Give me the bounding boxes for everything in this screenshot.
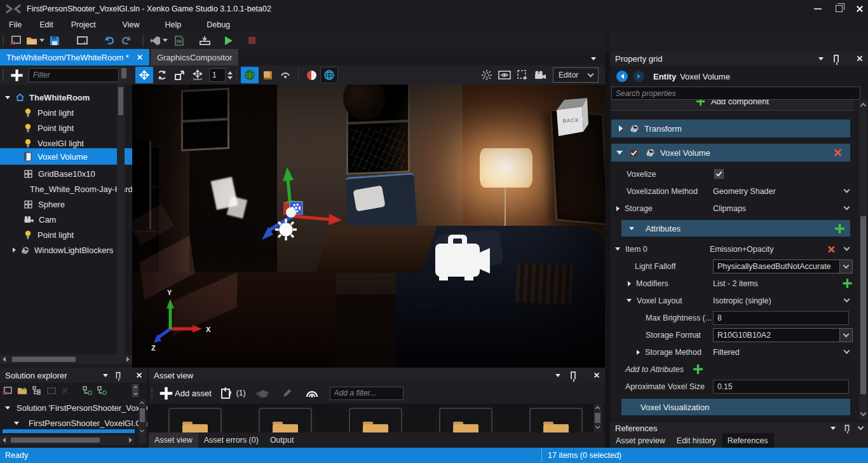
chevron-icon[interactable]	[858, 424, 864, 431]
tab-asset-errors[interactable]: Asset errors (0)	[198, 432, 264, 448]
source-changes-button[interactable]: (1)	[220, 387, 246, 399]
expand-all-icon[interactable]	[83, 386, 92, 395]
tab-asset-preview[interactable]: Asset preview	[610, 433, 671, 448]
light-gizmo-bulb[interactable]	[286, 207, 296, 218]
menu-file[interactable]: File	[0, 18, 31, 31]
asset-filter-input[interactable]	[330, 387, 403, 400]
hierarchy-filter-input[interactable]	[29, 68, 119, 82]
selection-mask-button[interactable]	[513, 67, 531, 83]
tab-edit-history[interactable]: Edit history	[671, 433, 722, 448]
attributes-section-header[interactable]: Attributes	[621, 220, 850, 237]
collapsed-arrow-icon[interactable]	[13, 247, 16, 252]
tree-item-root[interactable]: TheWhiteRoom	[0, 90, 132, 105]
panel-menu-icon[interactable]	[555, 374, 560, 377]
camera-billboard[interactable]	[435, 235, 490, 280]
tree-item-white-room[interactable]: The_White_Room-Jay-Hardy	[0, 181, 132, 197]
voxel-volume-section-header[interactable]: Voxel Volume	[611, 144, 850, 162]
tree-item-point-light[interactable]: Point light	[0, 120, 132, 135]
project-icon[interactable]	[3, 387, 12, 395]
add-folder-icon[interactable]	[17, 387, 27, 395]
add-modifier-icon[interactable]	[843, 279, 851, 287]
max-brightness-input[interactable]	[713, 311, 849, 325]
expanded-arrow-icon[interactable]	[627, 299, 632, 302]
tree-item-point-light[interactable]: Point light	[0, 227, 132, 242]
orbit-button[interactable]	[276, 67, 294, 83]
snap-move-button[interactable]	[189, 67, 207, 83]
restore-button[interactable]	[836, 5, 843, 12]
translate-tool-button[interactable]	[135, 67, 153, 83]
rotate-tool-button[interactable]	[153, 67, 171, 83]
expanded-arrow-icon[interactable]	[14, 422, 19, 425]
menu-edit[interactable]: Edit	[31, 18, 62, 31]
asset-tile[interactable]	[435, 404, 496, 432]
tree-item-windowlightblockers[interactable]: WindowLightBlockers	[0, 242, 132, 258]
collapsed-arrow-icon[interactable]	[619, 125, 623, 132]
search-properties-input[interactable]	[611, 86, 860, 100]
tab-graphics-compositor[interactable]: GraphicsCompositor	[151, 49, 239, 66]
view-options-icon[interactable]	[304, 387, 320, 399]
tree-item-cam[interactable]: Cam	[0, 212, 132, 227]
solution-root-item[interactable]: Solution 'FirstPersonShooter_VoxelGI'	[0, 401, 147, 415]
tab-close-icon[interactable]	[137, 55, 142, 60]
scale-tool-button[interactable]	[171, 67, 189, 83]
new-project-button[interactable]	[7, 34, 24, 48]
solution-horizontal-scrollbar[interactable]	[0, 436, 135, 445]
pin-icon[interactable]	[116, 372, 121, 378]
selected-item-clipped[interactable]	[3, 429, 135, 433]
voxel-visualization-section-header[interactable]: Voxel Visualization	[621, 399, 850, 415]
visibility-button[interactable]	[496, 67, 513, 83]
collapsed-arrow-icon[interactable]	[637, 350, 640, 355]
forward-button[interactable]	[633, 71, 644, 82]
snap-value-input[interactable]	[209, 68, 226, 82]
panel-menu-icon[interactable]	[818, 57, 824, 60]
tree-item-gridbase[interactable]: GridBase10x10	[0, 166, 132, 181]
scroll-left-icon[interactable]	[3, 438, 6, 443]
open-button[interactable]	[24, 34, 46, 48]
add-entity-button[interactable]	[7, 67, 26, 83]
collapsed-arrow-icon[interactable]	[628, 281, 631, 286]
view-mode-select[interactable]: Editor	[553, 67, 599, 83]
local-space-button[interactable]	[259, 67, 276, 83]
collapsed-arrow-icon[interactable]	[616, 206, 620, 211]
expanded-arrow-icon[interactable]	[616, 151, 623, 155]
transform-gizmo[interactable]	[262, 167, 342, 240]
scroll-down-icon[interactable]	[860, 410, 867, 417]
add-component-button[interactable]: Add component	[611, 100, 854, 111]
chevron-down-icon[interactable]	[844, 296, 850, 303]
transform-section-header[interactable]: Transform	[611, 120, 850, 137]
asset-scrollbar[interactable]	[593, 404, 602, 432]
storage-format-select[interactable]: R10G10B10A2	[713, 328, 853, 342]
pin-icon[interactable]	[834, 55, 839, 62]
save-button[interactable]	[46, 34, 63, 48]
tree-vertical-scrollbar[interactable]	[117, 85, 125, 355]
asset-tile[interactable]	[165, 404, 226, 432]
remove-item-icon[interactable]	[828, 245, 835, 252]
close-icon[interactable]	[857, 56, 863, 62]
component-enabled-checkbox[interactable]	[629, 148, 639, 158]
expanded-arrow-icon[interactable]	[5, 406, 10, 410]
tab-references[interactable]: References	[722, 433, 774, 448]
asset-tile[interactable]	[345, 404, 406, 432]
tree-item-sphere[interactable]: Sphere	[0, 197, 132, 212]
asset-tile[interactable]	[255, 404, 316, 432]
vertical-splitter[interactable]	[605, 51, 610, 448]
checkout-button[interactable]	[74, 34, 91, 48]
remove-component-icon[interactable]	[834, 149, 841, 156]
lighting-button[interactable]	[478, 67, 496, 83]
pin-icon[interactable]	[571, 371, 576, 379]
menu-debug[interactable]: Debug	[198, 18, 239, 31]
back-button[interactable]	[616, 71, 628, 82]
scroll-right-icon[interactable]	[129, 438, 132, 443]
expanded-arrow-icon[interactable]	[629, 227, 634, 230]
close-icon[interactable]	[594, 373, 599, 378]
undo-button[interactable]	[101, 34, 118, 48]
chevron-down-icon[interactable]	[844, 204, 850, 211]
add-asset-button[interactable]: Add asset	[158, 389, 212, 398]
chevron-down-icon[interactable]	[844, 245, 850, 251]
scroll-right-icon[interactable]	[126, 357, 130, 362]
scroll-left-icon[interactable]	[3, 357, 6, 362]
render-mode-button[interactable]	[302, 67, 320, 83]
menu-project[interactable]: Project	[62, 18, 105, 31]
camera-settings-button[interactable]	[531, 67, 549, 83]
wireframe-globe-button[interactable]	[320, 67, 338, 83]
